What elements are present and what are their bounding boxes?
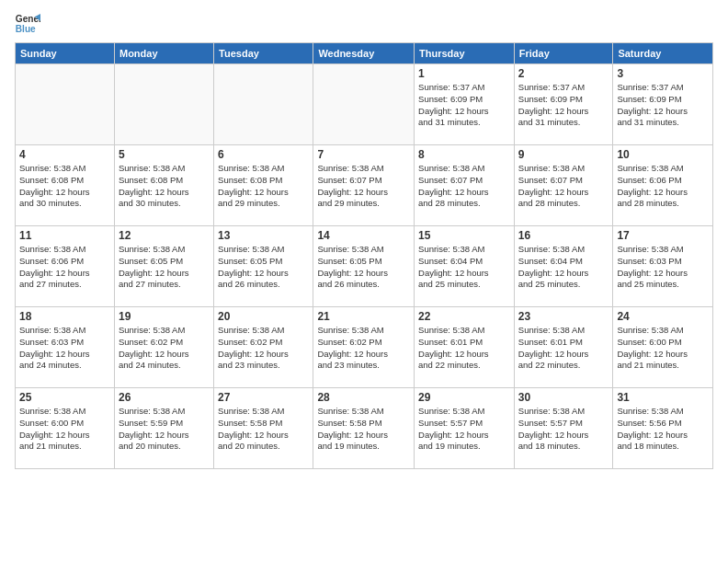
calendar-cell: 26Sunrise: 5:38 AM Sunset: 5:59 PM Dayli…: [114, 388, 213, 469]
calendar-cell: 28Sunrise: 5:38 AM Sunset: 5:58 PM Dayli…: [313, 388, 415, 469]
day-info: Sunrise: 5:38 AM Sunset: 6:08 PM Dayligh…: [119, 163, 210, 210]
day-info: Sunrise: 5:38 AM Sunset: 5:58 PM Dayligh…: [317, 406, 410, 453]
day-info: Sunrise: 5:38 AM Sunset: 6:08 PM Dayligh…: [218, 163, 309, 210]
calendar-cell: 7Sunrise: 5:38 AM Sunset: 6:07 PM Daylig…: [313, 145, 415, 226]
day-number: 28: [317, 391, 410, 404]
calendar-table: SundayMondayTuesdayWednesdayThursdayFrid…: [15, 42, 713, 469]
calendar-cell: 23Sunrise: 5:38 AM Sunset: 6:01 PM Dayli…: [514, 307, 613, 388]
day-number: 14: [317, 229, 410, 242]
day-info: Sunrise: 5:38 AM Sunset: 5:57 PM Dayligh…: [418, 406, 510, 453]
day-number: 1: [418, 67, 510, 80]
day-number: 6: [218, 148, 309, 161]
day-number: 22: [418, 310, 510, 323]
day-info: Sunrise: 5:38 AM Sunset: 5:56 PM Dayligh…: [617, 406, 709, 453]
weekday-header-thursday: Thursday: [415, 43, 515, 64]
weekday-header-sunday: Sunday: [16, 43, 115, 64]
calendar-cell: 11Sunrise: 5:38 AM Sunset: 6:06 PM Dayli…: [16, 226, 115, 307]
calendar-cell: 30Sunrise: 5:38 AM Sunset: 5:57 PM Dayli…: [514, 388, 613, 469]
calendar-cell: 10Sunrise: 5:38 AM Sunset: 6:06 PM Dayli…: [613, 145, 713, 226]
day-number: 8: [418, 148, 510, 161]
calendar-cell: [214, 64, 313, 145]
calendar-cell: 16Sunrise: 5:38 AM Sunset: 6:04 PM Dayli…: [514, 226, 613, 307]
calendar-header-row: SundayMondayTuesdayWednesdayThursdayFrid…: [16, 43, 713, 64]
day-info: Sunrise: 5:38 AM Sunset: 6:07 PM Dayligh…: [418, 163, 510, 210]
svg-text:Blue: Blue: [16, 24, 36, 34]
calendar-cell: 6Sunrise: 5:38 AM Sunset: 6:08 PM Daylig…: [214, 145, 313, 226]
calendar-week-4: 18Sunrise: 5:38 AM Sunset: 6:03 PM Dayli…: [16, 307, 713, 388]
logo: General Blue: [15, 11, 42, 37]
svg-text:General: General: [16, 14, 40, 24]
calendar-cell: 18Sunrise: 5:38 AM Sunset: 6:03 PM Dayli…: [16, 307, 115, 388]
day-info: Sunrise: 5:38 AM Sunset: 6:02 PM Dayligh…: [119, 325, 210, 372]
weekday-header-monday: Monday: [114, 43, 213, 64]
calendar-week-2: 4Sunrise: 5:38 AM Sunset: 6:08 PM Daylig…: [16, 145, 713, 226]
calendar-week-5: 25Sunrise: 5:38 AM Sunset: 6:00 PM Dayli…: [16, 388, 713, 469]
day-number: 7: [317, 148, 410, 161]
calendar-cell: 17Sunrise: 5:38 AM Sunset: 6:03 PM Dayli…: [613, 226, 713, 307]
header: General Blue: [15, 11, 713, 37]
calendar-cell: 21Sunrise: 5:38 AM Sunset: 6:02 PM Dayli…: [313, 307, 415, 388]
calendar-cell: 20Sunrise: 5:38 AM Sunset: 6:02 PM Dayli…: [214, 307, 313, 388]
calendar-cell: 3Sunrise: 5:37 AM Sunset: 6:09 PM Daylig…: [613, 64, 713, 145]
day-info: Sunrise: 5:38 AM Sunset: 6:03 PM Dayligh…: [617, 244, 709, 291]
calendar-cell: 31Sunrise: 5:38 AM Sunset: 5:56 PM Dayli…: [613, 388, 713, 469]
day-number: 11: [19, 229, 110, 242]
day-info: Sunrise: 5:38 AM Sunset: 6:00 PM Dayligh…: [19, 406, 110, 453]
day-number: 27: [218, 391, 309, 404]
day-info: Sunrise: 5:38 AM Sunset: 6:06 PM Dayligh…: [19, 244, 110, 291]
weekday-header-friday: Friday: [514, 43, 613, 64]
calendar-cell: 13Sunrise: 5:38 AM Sunset: 6:05 PM Dayli…: [214, 226, 313, 307]
calendar-cell: 9Sunrise: 5:38 AM Sunset: 6:07 PM Daylig…: [514, 145, 613, 226]
weekday-header-saturday: Saturday: [613, 43, 713, 64]
calendar-cell: 29Sunrise: 5:38 AM Sunset: 5:57 PM Dayli…: [415, 388, 515, 469]
day-info: Sunrise: 5:38 AM Sunset: 6:05 PM Dayligh…: [218, 244, 309, 291]
calendar-cell: [114, 64, 213, 145]
calendar-cell: 25Sunrise: 5:38 AM Sunset: 6:00 PM Dayli…: [16, 388, 115, 469]
day-number: 19: [119, 310, 210, 323]
calendar-cell: 4Sunrise: 5:38 AM Sunset: 6:08 PM Daylig…: [16, 145, 115, 226]
day-number: 29: [418, 391, 510, 404]
day-number: 3: [617, 67, 709, 80]
day-number: 17: [617, 229, 709, 242]
day-number: 2: [518, 67, 609, 80]
day-info: Sunrise: 5:38 AM Sunset: 6:07 PM Dayligh…: [518, 163, 609, 210]
day-info: Sunrise: 5:38 AM Sunset: 6:07 PM Dayligh…: [317, 163, 410, 210]
calendar-cell: 8Sunrise: 5:38 AM Sunset: 6:07 PM Daylig…: [415, 145, 515, 226]
day-number: 23: [518, 310, 609, 323]
day-info: Sunrise: 5:38 AM Sunset: 5:59 PM Dayligh…: [119, 406, 210, 453]
day-number: 4: [19, 148, 110, 161]
day-info: Sunrise: 5:37 AM Sunset: 6:09 PM Dayligh…: [518, 82, 609, 129]
calendar-cell: 14Sunrise: 5:38 AM Sunset: 6:05 PM Dayli…: [313, 226, 415, 307]
day-number: 20: [218, 310, 309, 323]
calendar-cell: 2Sunrise: 5:37 AM Sunset: 6:09 PM Daylig…: [514, 64, 613, 145]
day-info: Sunrise: 5:38 AM Sunset: 5:57 PM Dayligh…: [518, 406, 609, 453]
calendar-cell: 24Sunrise: 5:38 AM Sunset: 6:00 PM Dayli…: [613, 307, 713, 388]
day-number: 16: [518, 229, 609, 242]
calendar-cell: 1Sunrise: 5:37 AM Sunset: 6:09 PM Daylig…: [415, 64, 515, 145]
calendar-cell: 27Sunrise: 5:38 AM Sunset: 5:58 PM Dayli…: [214, 388, 313, 469]
day-info: Sunrise: 5:38 AM Sunset: 6:08 PM Dayligh…: [19, 163, 110, 210]
calendar-cell: [313, 64, 415, 145]
calendar-week-3: 11Sunrise: 5:38 AM Sunset: 6:06 PM Dayli…: [16, 226, 713, 307]
day-number: 30: [518, 391, 609, 404]
day-info: Sunrise: 5:38 AM Sunset: 6:06 PM Dayligh…: [617, 163, 709, 210]
day-info: Sunrise: 5:38 AM Sunset: 6:05 PM Dayligh…: [317, 244, 410, 291]
weekday-header-tuesday: Tuesday: [214, 43, 313, 64]
calendar-cell: 12Sunrise: 5:38 AM Sunset: 6:05 PM Dayli…: [114, 226, 213, 307]
day-number: 15: [418, 229, 510, 242]
day-info: Sunrise: 5:38 AM Sunset: 6:04 PM Dayligh…: [518, 244, 609, 291]
logo-icon: General Blue: [15, 11, 40, 37]
day-number: 10: [617, 148, 709, 161]
calendar-cell: 5Sunrise: 5:38 AM Sunset: 6:08 PM Daylig…: [114, 145, 213, 226]
day-number: 18: [19, 310, 110, 323]
day-number: 26: [119, 391, 210, 404]
day-number: 24: [617, 310, 709, 323]
day-number: 31: [617, 391, 709, 404]
day-info: Sunrise: 5:38 AM Sunset: 6:03 PM Dayligh…: [19, 325, 110, 372]
calendar-week-1: 1Sunrise: 5:37 AM Sunset: 6:09 PM Daylig…: [16, 64, 713, 145]
day-number: 12: [119, 229, 210, 242]
day-info: Sunrise: 5:38 AM Sunset: 6:04 PM Dayligh…: [418, 244, 510, 291]
calendar-cell: 15Sunrise: 5:38 AM Sunset: 6:04 PM Dayli…: [415, 226, 515, 307]
day-info: Sunrise: 5:37 AM Sunset: 6:09 PM Dayligh…: [617, 82, 709, 129]
day-number: 13: [218, 229, 309, 242]
